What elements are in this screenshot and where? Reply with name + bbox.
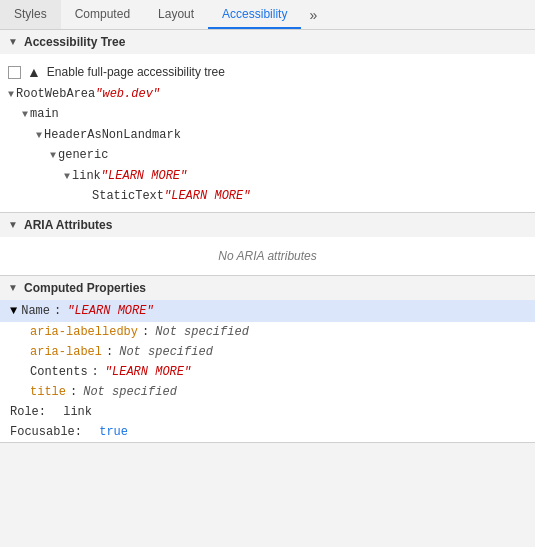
triangle-name-icon: ▼ [10,304,17,318]
accessibility-tree-title: Accessibility Tree [24,35,125,49]
aria-attributes-header[interactable]: ▼ ARIA Attributes [0,213,535,237]
computed-properties-header[interactable]: ▼ Computed Properties [0,276,535,300]
computed-properties-section: ▼ Computed Properties ▼ Name : "LEARN MO… [0,276,535,443]
accessibility-tree-header[interactable]: ▼ Accessibility Tree [0,30,535,54]
prop-name-2: aria-label [30,345,102,359]
arrow-icon-1: ▼ [22,106,28,123]
node-type-1: main [30,104,59,124]
node-type-4: link [72,166,101,186]
tree-node-2[interactable]: ▼ HeaderAsNonLandmark [8,125,527,145]
node-string-4: "LEARN MORE" [101,166,187,186]
computed-row-role: Role: link [0,402,535,422]
computed-properties-title: Computed Properties [24,281,146,295]
enable-checkbox[interactable] [8,66,21,79]
prop-value-2: Not specified [119,345,213,359]
prop-colon-1: : [142,325,149,339]
arrow-icon-2: ▼ [36,127,42,144]
role-spacer [50,405,57,419]
tabs-bar: Styles Computed Layout Accessibility » [0,0,535,30]
prop-colon-4: : [70,385,77,399]
accessibility-icon: ▲ [27,64,41,80]
prop-name-1: aria-labelledby [30,325,138,339]
panel: ▼ Accessibility Tree ▲ Enable full-page … [0,30,535,547]
tree-node-1[interactable]: ▼ main [8,104,527,124]
aria-attributes-section: ▼ ARIA Attributes No ARIA attributes [0,213,535,276]
prop-value-3: "LEARN MORE" [105,365,191,379]
prop-name-4: title [30,385,66,399]
focusable-spacer [86,425,93,439]
prop-colon-0: : [54,304,61,318]
role-label: Role: [10,405,46,419]
computed-row-name[interactable]: ▼ Name : "LEARN MORE" [0,300,535,322]
prop-value-0: "LEARN MORE" [67,304,153,318]
node-type-3: generic [58,145,108,165]
node-type-2: HeaderAsNonLandmark [44,125,181,145]
accessibility-tree-content: ▲ Enable full-page accessibility tree ▼ … [0,54,535,212]
computed-properties-content: ▼ Name : "LEARN MORE" aria-labelledby : … [0,300,535,442]
computed-row-contents: Contents : "LEARN MORE" [0,362,535,382]
computed-row-aria-labelledby: aria-labelledby : Not specified [0,322,535,342]
triangle-icon: ▼ [8,36,20,48]
role-value: link [63,405,92,419]
node-string-5: "LEARN MORE" [164,186,250,206]
prop-value-1: Not specified [155,325,249,339]
focusable-label: Focusable: [10,425,82,439]
tree-node-5[interactable]: StaticText "LEARN MORE" [8,186,527,206]
prop-colon-2: : [106,345,113,359]
aria-attributes-title: ARIA Attributes [24,218,112,232]
enable-row: ▲ Enable full-page accessibility tree [8,60,527,84]
arrow-icon-3: ▼ [50,147,56,164]
tree-node-4[interactable]: ▼ link "LEARN MORE" [8,166,527,186]
more-tabs-button[interactable]: » [301,0,325,29]
accessibility-tree-section: ▼ Accessibility Tree ▲ Enable full-page … [0,30,535,213]
tab-styles[interactable]: Styles [0,0,61,29]
computed-row-title: title : Not specified [0,382,535,402]
node-type-5: StaticText [92,186,164,206]
triangle-computed-icon: ▼ [8,282,20,294]
prop-colon-3: : [92,365,99,379]
computed-row-focusable: Focusable: true [0,422,535,442]
tree-node-0[interactable]: ▼ RootWebArea "web.dev" [8,84,527,104]
aria-empty-text: No ARIA attributes [0,237,535,275]
triangle-aria-icon: ▼ [8,219,20,231]
arrow-icon-4: ▼ [64,168,70,185]
tab-layout[interactable]: Layout [144,0,208,29]
tree-node-3[interactable]: ▼ generic [8,145,527,165]
focusable-value: true [99,425,128,439]
prop-name-0: Name [21,304,50,318]
node-string-0: "web.dev" [95,84,160,104]
computed-row-aria-label: aria-label : Not specified [0,342,535,362]
prop-value-4: Not specified [83,385,177,399]
node-type-0: RootWebArea [16,84,95,104]
enable-label: Enable full-page accessibility tree [47,65,225,79]
tree-nodes: ▼ RootWebArea "web.dev" ▼ main ▼ HeaderA… [8,84,527,206]
arrow-icon-0: ▼ [8,86,14,103]
tab-accessibility[interactable]: Accessibility [208,0,301,29]
tab-computed[interactable]: Computed [61,0,144,29]
prop-name-3: Contents [30,365,88,379]
